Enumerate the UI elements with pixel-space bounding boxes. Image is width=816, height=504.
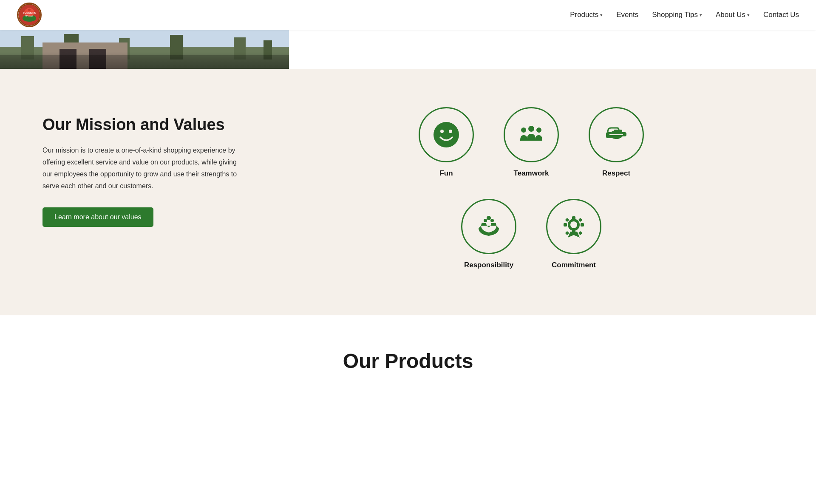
svg-rect-14 [264, 40, 272, 59]
logo[interactable]: SOMMERS MARKET [17, 3, 42, 27]
svg-rect-16 [60, 49, 76, 69]
about-chevron-icon: ▾ [747, 12, 750, 18]
fun-label: Fun [439, 169, 453, 178]
header: SOMMERS MARKET Products ▾ Events Shoppin… [0, 0, 816, 30]
teamwork-icon-circle [504, 107, 559, 162]
learn-more-button[interactable]: Learn more about our values [42, 207, 153, 227]
svg-rect-43 [565, 218, 570, 222]
nav-about-us[interactable]: About Us ▾ [716, 11, 750, 19]
products-chevron-icon: ▾ [600, 12, 603, 18]
responsibility-icon-circle [461, 199, 516, 254]
respect-handshake-icon [602, 120, 631, 149]
svg-rect-31 [614, 130, 622, 133]
fun-icon-circle [419, 107, 474, 162]
commitment-label: Commitment [552, 261, 596, 269]
teamwork-team-icon [517, 120, 546, 149]
svg-rect-12 [170, 35, 183, 59]
commitment-icon-circle [546, 199, 601, 254]
responsibility-label: Responsibility [464, 261, 513, 269]
svg-point-22 [528, 126, 534, 132]
responsibility-hands-icon [474, 212, 503, 241]
svg-rect-18 [0, 55, 289, 69]
svg-point-36 [493, 223, 496, 225]
values-row-2: Responsibility [459, 199, 604, 269]
teamwork-label: Teamwork [514, 169, 549, 178]
nav-products[interactable]: Products ▾ [570, 11, 603, 19]
hero-right-blank [289, 30, 816, 69]
mission-title: Our Mission and Values [42, 116, 264, 134]
value-teamwork: Teamwork [502, 107, 561, 178]
hero-strip [0, 30, 816, 69]
commitment-award-icon [559, 212, 588, 241]
svg-rect-39 [572, 216, 575, 220]
svg-rect-42 [581, 223, 584, 227]
respect-icon-circle [589, 107, 644, 162]
svg-text:MARKET: MARKET [26, 15, 34, 17]
nav-shopping-tips[interactable]: Shopping Tips ▾ [652, 11, 702, 19]
svg-point-19 [434, 122, 459, 147]
svg-point-35 [482, 223, 484, 225]
values-area: Fun Teamwork [289, 103, 774, 269]
svg-point-21 [449, 130, 452, 133]
shopping-tips-chevron-icon: ▾ [700, 12, 702, 18]
svg-rect-41 [564, 223, 567, 227]
svg-rect-9 [21, 36, 34, 59]
svg-rect-45 [565, 231, 570, 235]
svg-point-33 [487, 216, 491, 220]
logo-icon: SOMMERS MARKET [18, 4, 40, 26]
values-row-1: Fun Teamwork [416, 107, 646, 178]
svg-rect-15 [42, 42, 128, 69]
svg-point-34 [490, 219, 494, 222]
svg-rect-13 [234, 37, 246, 59]
svg-point-38 [570, 221, 577, 228]
respect-label: Respect [602, 169, 630, 178]
products-title: Our Products [42, 349, 774, 373]
svg-point-20 [440, 130, 444, 133]
svg-rect-46 [578, 231, 583, 235]
mission-description: Our mission is to create a one-of-a-kind… [42, 144, 238, 192]
products-section: Our Products [0, 315, 816, 398]
main-nav: Products ▾ Events Shopping Tips ▾ About … [570, 11, 799, 19]
value-responsibility: Responsibility [459, 199, 518, 269]
value-respect: Respect [586, 107, 646, 178]
nav-events[interactable]: Events [616, 11, 638, 19]
hero-image-svg [0, 30, 289, 69]
mission-section: Our Mission and Values Our mission is to… [0, 69, 816, 315]
value-commitment: Commitment [544, 199, 604, 269]
svg-point-32 [484, 219, 487, 222]
nav-contact-us[interactable]: Contact Us [763, 11, 799, 19]
svg-point-6 [28, 9, 31, 11]
svg-point-23 [521, 127, 526, 133]
value-fun: Fun [416, 107, 476, 178]
fun-smiley-icon [432, 120, 461, 149]
hero-image [0, 30, 289, 69]
svg-rect-17 [89, 49, 106, 69]
svg-point-24 [536, 127, 541, 133]
mission-left: Our Mission and Values Our mission is to… [42, 103, 264, 227]
svg-rect-44 [578, 218, 583, 222]
